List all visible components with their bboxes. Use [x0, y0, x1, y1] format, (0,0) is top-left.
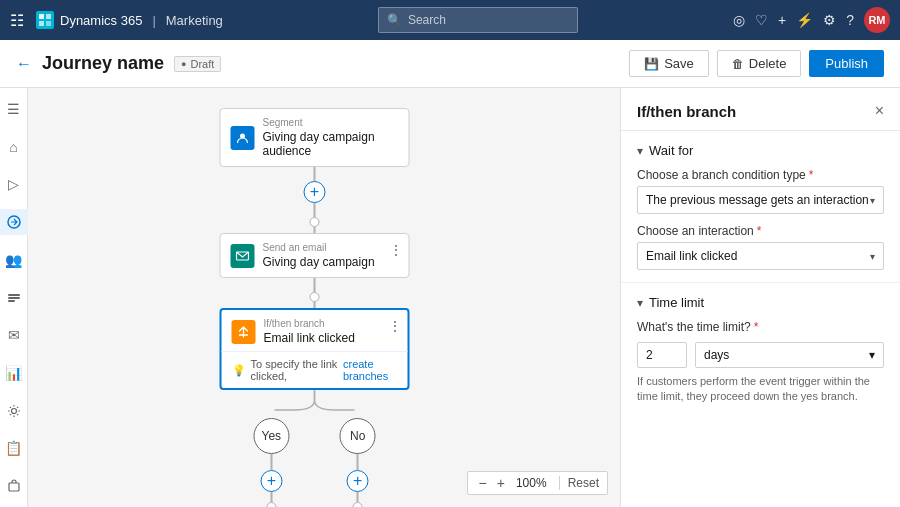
user-avatar[interactable]: RM [864, 7, 890, 33]
search-bar[interactable]: 🔍 Search [378, 7, 578, 33]
yes-circle: Yes [253, 418, 289, 454]
panel-close-button[interactable]: × [875, 102, 884, 120]
add-yes-button[interactable]: + [260, 470, 282, 492]
email-menu-icon[interactable]: ⋮ [389, 242, 403, 258]
sidebar-home-icon[interactable]: ⌂ [0, 134, 28, 160]
email-node[interactable]: Send an email Giving day campaign ⋮ [220, 233, 410, 278]
time-unit-select[interactable]: days ▾ [695, 342, 884, 368]
svg-rect-2 [39, 21, 44, 26]
sidebar-people-icon[interactable]: 👥 [0, 247, 28, 273]
sidebar-play-icon[interactable]: ▷ [0, 171, 28, 197]
condition-type-value: The previous message gets an interaction [646, 193, 869, 207]
condition-select-arrow: ▾ [870, 195, 875, 206]
svg-rect-0 [39, 14, 44, 19]
wait-for-toggle[interactable]: ▾ Wait for [637, 143, 884, 158]
filter-icon[interactable]: ⚡ [796, 12, 813, 28]
interaction-required: * [757, 224, 762, 238]
time-limit-toggle[interactable]: ▾ Time limit [637, 295, 884, 310]
publish-button[interactable]: Publish [809, 50, 884, 77]
sidebar-settings-icon[interactable] [0, 398, 28, 424]
condition-type-label: Choose a branch condition type * [637, 168, 884, 182]
create-branches-link[interactable]: create branches [343, 358, 398, 382]
back-button[interactable]: ← [16, 55, 32, 73]
svg-rect-3 [46, 21, 51, 26]
svg-rect-7 [8, 300, 15, 302]
hint-icon: 💡 [232, 364, 246, 377]
network-icon[interactable]: ◎ [733, 12, 745, 28]
branch-hint: 💡 To specify the link clicked, create br… [222, 351, 408, 388]
sidebar-menu-icon[interactable]: ☰ [0, 96, 28, 122]
svg-rect-6 [8, 297, 20, 299]
sidebar-journey-icon[interactable] [0, 209, 28, 235]
right-panel: If/then branch × ▾ Wait for Choose a bra… [620, 88, 900, 507]
waffle-icon[interactable]: ☷ [10, 11, 24, 30]
zoom-out-button[interactable]: − [476, 475, 490, 491]
zoom-controls: − + 100% Reset [467, 471, 608, 495]
app-logo: Dynamics 365 | Marketing [36, 11, 223, 29]
time-limit-label: Time limit [649, 295, 704, 310]
add-node-button-1[interactable]: + [304, 181, 326, 203]
branch-menu-icon[interactable]: ⋮ [388, 318, 402, 334]
help-icon[interactable]: ? [846, 12, 854, 28]
save-button[interactable]: 💾 Save [629, 50, 709, 77]
main-layout: ☰ ⌂ ▷ 👥 ✉ 📊 📋 [0, 88, 900, 507]
sidebar-packages-icon[interactable] [0, 473, 28, 499]
no-label: No [350, 429, 365, 443]
email-title: Giving day campaign [263, 255, 375, 269]
svg-rect-1 [46, 14, 51, 19]
segment-node[interactable]: Segment Giving day campaign audience [220, 108, 410, 167]
delete-button[interactable]: 🗑 Delete [717, 50, 802, 77]
connector-1 [314, 167, 316, 181]
svg-rect-9 [9, 483, 19, 491]
condition-type-select[interactable]: The previous message gets an interaction… [637, 186, 884, 214]
time-unit-arrow: ▾ [869, 348, 875, 362]
journey-canvas: Segment Giving day campaign audience + [28, 88, 620, 507]
app-module: Marketing [166, 13, 223, 28]
yes-label: Yes [262, 429, 282, 443]
delete-icon: 🗑 [732, 57, 744, 71]
time-limit-input[interactable] [637, 342, 687, 368]
branch-node[interactable]: If/then branch Email link clicked 💡 To s… [220, 308, 410, 390]
time-limit-chevron: ▾ [637, 296, 643, 310]
time-limit-row: days ▾ [637, 342, 884, 368]
search-icon: 🔍 [387, 13, 402, 27]
sidebar-email-icon[interactable]: ✉ [0, 322, 28, 348]
time-limit-section: ▾ Time limit What's the time limit? * da… [621, 283, 900, 417]
add-no-button[interactable]: + [347, 470, 369, 492]
panel-header: If/then branch × [621, 88, 900, 131]
bell-icon[interactable]: ♡ [755, 12, 768, 28]
connector-2 [314, 203, 316, 217]
condition-required: * [809, 168, 814, 182]
add-icon[interactable]: + [778, 12, 786, 28]
connector-4 [314, 278, 316, 292]
header-actions: 💾 Save 🗑 Delete Publish [629, 50, 884, 77]
wait-for-section: ▾ Wait for Choose a branch condition typ… [621, 131, 900, 283]
time-limit-required: * [754, 320, 759, 334]
branch-svg [220, 390, 410, 418]
email-icon [231, 244, 255, 268]
branch-type-label: If/then branch [264, 318, 355, 329]
zoom-in-button[interactable]: + [494, 475, 508, 491]
page-title: Journey name [42, 53, 164, 74]
sidebar-analytics-icon[interactable]: 📊 [0, 360, 28, 386]
yes-branch: Yes + 🚪 Exit [253, 418, 289, 507]
no-connector [357, 454, 359, 470]
sidebar-list-icon[interactable]: 📋 [0, 436, 28, 462]
zoom-reset-button[interactable]: Reset [559, 476, 599, 490]
yes-connector-2 [270, 492, 272, 502]
yes-dot [266, 502, 276, 507]
nav-icons: ◎ ♡ + ⚡ ⚙ ? RM [733, 7, 890, 33]
status-label: Draft [190, 58, 214, 70]
interaction-select-arrow: ▾ [870, 251, 875, 262]
add-step-1: + [304, 181, 326, 203]
interaction-select[interactable]: Email link clicked ▾ [637, 242, 884, 270]
status-badge: ● Draft [174, 56, 221, 72]
zoom-level: 100% [512, 476, 551, 490]
time-limit-hint: If customers perform the event trigger w… [637, 374, 884, 405]
sidebar-segments-icon[interactable] [0, 285, 28, 311]
page-header: ← Journey name ● Draft 💾 Save 🗑 Delete P… [0, 40, 900, 88]
svg-rect-5 [8, 294, 20, 296]
branch-split-lines [220, 390, 410, 418]
settings-icon[interactable]: ⚙ [823, 12, 836, 28]
panel-title: If/then branch [637, 103, 736, 120]
